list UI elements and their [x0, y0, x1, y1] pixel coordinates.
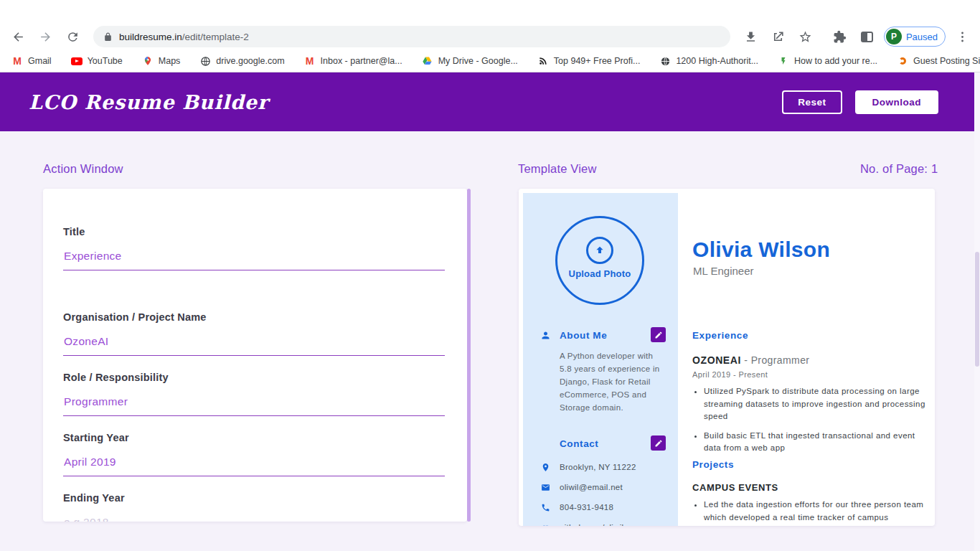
experience-bullet: Build basic ETL that ingested transactio…: [704, 430, 933, 455]
url-text: buildresume.in/edit/template-2: [119, 32, 249, 42]
window-scrollbar-thumb[interactable]: [975, 252, 979, 367]
bookmark-guest-posting[interactable]: Guest Posting Sites...: [897, 55, 980, 67]
experience-org-line: OZONEAI - Programmer: [692, 354, 809, 366]
site-header: LCO Resume Builder Reset Download: [0, 72, 974, 131]
about-me-text: A Python developer with 5.8 years of exp…: [560, 349, 661, 414]
projects-heading: Projects: [692, 459, 734, 470]
action-window-title: Action Window: [43, 162, 123, 176]
window-scrollbar-track: [974, 72, 980, 551]
resume-sidebar: Upload Photo About Me A Python developer…: [523, 193, 678, 526]
bookmark-star-button[interactable]: [795, 26, 816, 47]
maps-icon: [142, 55, 154, 67]
back-button[interactable]: [7, 26, 29, 47]
screen: buildresume.in/edit/template-2 P Paused: [0, 0, 980, 551]
three-dot-menu-icon: [956, 30, 969, 44]
project-name: CAMPUS EVENTS: [692, 482, 778, 493]
contact-phone-item: 804-931-9418: [523, 497, 678, 517]
side-panel-icon: [861, 32, 873, 42]
experience-heading: Experience: [692, 330, 748, 341]
browser-toolbar: buildresume.in/edit/template-2 P Paused: [0, 24, 980, 49]
experience-bullet: Utilized PySpark to distribute data proc…: [704, 385, 933, 423]
template-view-card: Upload Photo About Me A Python developer…: [519, 189, 935, 526]
project-bullet: Led the data ingestion efforts for our t…: [704, 499, 933, 524]
form-field-title: Title: [63, 226, 445, 270]
upload-photo-label: Upload Photo: [569, 268, 631, 279]
contact-heading: Contact: [560, 438, 598, 449]
edit-contact-button[interactable]: [651, 435, 666, 451]
action-window-card: Title Organisation / Project Name Role /…: [43, 189, 467, 522]
bookmark-gmail[interactable]: M Gmail: [11, 55, 52, 67]
browser-chrome: buildresume.in/edit/template-2 P Paused: [0, 0, 980, 72]
avatar: P: [886, 29, 902, 44]
form-field-starting-year: Starting Year: [63, 432, 445, 476]
extensions-puzzle-icon: [833, 30, 847, 44]
bookmark-drive-google-com[interactable]: drive.google.com: [199, 55, 284, 67]
reset-button[interactable]: Reset: [782, 90, 842, 114]
orange-ring-icon: [897, 55, 908, 67]
starting-year-input[interactable]: [63, 456, 445, 476]
share-icon: [771, 30, 785, 44]
field-label: Ending Year: [63, 492, 445, 504]
bookmark-inbox[interactable]: M Inbox - partner@la...: [304, 55, 402, 67]
experience-org: OZONEAI: [692, 354, 741, 366]
field-label: Starting Year: [63, 432, 445, 443]
about-me-heading: About Me: [560, 330, 607, 341]
title-input[interactable]: [63, 250, 445, 270]
download-button[interactable]: Download: [855, 90, 939, 114]
role-input[interactable]: [63, 395, 445, 416]
phone-icon: [538, 503, 552, 512]
site-logo: LCO Resume Builder: [29, 91, 268, 113]
gmail-icon: M: [304, 55, 316, 67]
project-bullets: Led the data ingestion efforts for our t…: [694, 499, 933, 526]
forward-button[interactable]: [34, 26, 56, 47]
side-panel-button[interactable]: [857, 26, 878, 47]
gmail-icon: M: [11, 55, 23, 67]
experience-dates: April 2019 - Present: [692, 370, 768, 379]
extensions-button[interactable]: [829, 26, 851, 47]
bookmark-top-949[interactable]: Top 949+ Free Profi...: [537, 55, 641, 67]
location-icon: [538, 463, 552, 472]
download-page-icon: [744, 30, 758, 44]
rss-icon: [537, 55, 549, 67]
pencil-icon: [654, 439, 663, 448]
template-view-title: Template View: [518, 162, 597, 176]
reload-icon: [66, 30, 80, 44]
action-card-scrollbar[interactable]: [467, 189, 471, 522]
form-field-role: Role / Responsibility: [63, 372, 445, 416]
globe-icon: [199, 55, 211, 67]
youtube-icon: [71, 55, 83, 67]
organisation-input[interactable]: [63, 335, 445, 356]
pencil-icon: [654, 331, 663, 339]
bookmark-my-drive[interactable]: My Drive - Google...: [422, 55, 518, 67]
bookmark-youtube[interactable]: YouTube: [71, 55, 123, 67]
page-content: Action Window Template View No. of Page:…: [0, 131, 974, 551]
address-bar[interactable]: buildresume.in/edit/template-2: [93, 26, 730, 47]
profile-button[interactable]: P Paused: [884, 27, 946, 47]
share-button[interactable]: [768, 26, 789, 47]
resume-role: ML Engineer: [693, 265, 754, 277]
contact-github-item: github.com/oliwil: [523, 517, 678, 526]
field-label: Title: [63, 226, 445, 237]
reload-button[interactable]: [62, 26, 83, 47]
ending-year-input[interactable]: [63, 516, 445, 522]
page-count-label: No. of Page: 1: [860, 162, 938, 176]
form-field-ending-year: Ending Year: [63, 492, 445, 522]
link-icon: [538, 523, 552, 527]
drive-icon: [422, 55, 433, 67]
experience-org-role: - Programmer: [744, 354, 809, 366]
upload-photo-button[interactable]: Upload Photo: [555, 216, 644, 305]
bookmark-how-to-add[interactable]: How to add your re...: [778, 55, 877, 67]
bookmark-maps[interactable]: Maps: [142, 55, 181, 67]
save-page-button[interactable]: [740, 26, 762, 47]
chrome-menu-button[interactable]: [951, 26, 973, 47]
sync-status-label: Paused: [906, 32, 938, 42]
lock-icon: [103, 32, 113, 42]
header-actions: Reset Download: [782, 90, 938, 114]
email-icon: [538, 483, 552, 492]
bookmark-1200-high-authority[interactable]: 1200 High-Authorit...: [659, 55, 758, 67]
lightning-icon: [778, 55, 789, 67]
field-label: Role / Responsibility: [63, 372, 445, 383]
experience-bullets: Utilized PySpark to distribute data proc…: [694, 385, 933, 461]
forward-icon: [39, 30, 52, 44]
edit-about-button[interactable]: [651, 327, 666, 342]
